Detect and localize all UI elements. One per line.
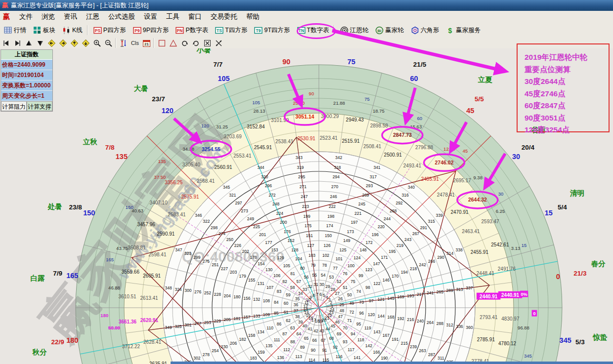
toolbar-button-T数字表[interactable]: TNT数字表: [294, 24, 332, 37]
svg-text:218: 218: [410, 266, 417, 271]
svg-text:246: 246: [330, 194, 337, 199]
svg-text:76: 76: [343, 271, 348, 276]
svg-text:59: 59: [286, 292, 291, 297]
menu-item-资讯[interactable]: 资讯: [59, 11, 82, 22]
menu-item-帮助[interactable]: 帮助: [242, 11, 264, 22]
svg-text:6.25: 6.25: [496, 208, 505, 214]
svg-text:298: 298: [211, 225, 218, 230]
svg-text:264: 264: [427, 320, 434, 325]
zoom-out[interactable]: [103, 39, 114, 47]
toolbar-button-江恩轮[interactable]: 江恩轮: [337, 24, 372, 37]
updown-arrows[interactable]: [118, 39, 129, 47]
table-icon: [4, 26, 12, 35]
toolbar-button-label: 赢家服务: [456, 26, 481, 35]
svg-text:121: 121: [378, 297, 385, 302]
menu-item-工具[interactable]: 工具: [162, 11, 184, 22]
svg-text:87: 87: [282, 331, 287, 336]
svg-text:124: 124: [353, 255, 360, 260]
tri-left[interactable]: [0, 39, 11, 47]
toolbar-button-9P四方形[interactable]: P99P四方形: [130, 24, 172, 37]
toolbar-button-六角形[interactable]: 六角形: [408, 24, 442, 37]
svg-text:216: 216: [407, 317, 414, 322]
svg-text:2515.91: 2515.91: [342, 138, 360, 144]
toolbar-button-K线[interactable]: K线: [59, 24, 86, 37]
svg-text:2470.91: 2470.91: [450, 209, 469, 215]
svg-text:191: 191: [392, 337, 398, 342]
svg-text:96.88: 96.88: [518, 325, 529, 330]
toolbar-button-P四方形[interactable]: PSP四方形: [90, 24, 129, 37]
square-tool[interactable]: [156, 39, 167, 47]
toolbar-button-赢家服务[interactable]: $赢家服务: [443, 24, 483, 37]
diamond-up[interactable]: [69, 39, 80, 47]
move-cross[interactable]: [213, 39, 224, 47]
cls-icon[interactable]: Cls: [130, 39, 140, 47]
triangle-tool[interactable]: [168, 39, 178, 47]
rotate-cw[interactable]: [179, 39, 190, 47]
svg-text:199: 199: [304, 214, 310, 219]
menu-item-浏览[interactable]: 浏览: [37, 11, 59, 22]
toolbar-button-行情[interactable]: 行情: [1, 24, 29, 37]
tri-down[interactable]: [35, 39, 45, 47]
svg-text:2598.41: 2598.41: [148, 252, 167, 257]
menu-item-交易委托[interactable]: 交易委托: [206, 11, 242, 22]
svg-text:58: 58: [290, 285, 295, 290]
menu-item-江恩[interactable]: 江恩: [82, 11, 104, 22]
svg-text:197: 197: [351, 220, 358, 225]
toolbar-button-赢家轮[interactable]: Bi赢家轮: [372, 24, 407, 37]
menu-item-设置[interactable]: 设置: [139, 11, 162, 22]
toolbar-button-9T四方形[interactable]: T99T四方形: [251, 24, 293, 37]
svg-text:337: 337: [466, 285, 473, 290]
svg-text:0: 0: [533, 311, 535, 316]
svg-text:117: 117: [348, 347, 354, 352]
svg-text:135: 135: [116, 153, 128, 161]
tri-right[interactable]: [12, 39, 23, 47]
svg-text:312: 312: [446, 323, 453, 327]
toolbar-button-T四方形[interactable]: TST四方形: [212, 24, 250, 37]
svg-text:64: 64: [296, 331, 301, 336]
rotate-ccw[interactable]: [190, 39, 201, 47]
svg-text:203: 203: [230, 270, 237, 275]
svg-text:5: 5: [323, 293, 325, 298]
diamond-left[interactable]: [46, 39, 57, 47]
svg-text:3457.96: 3457.96: [137, 222, 156, 227]
svg-text:春分: 春分: [591, 260, 606, 268]
svg-text:白露: 白露: [31, 274, 45, 282]
svg-text:272: 272: [268, 193, 275, 198]
toolbar-button-板块[interactable]: 板块: [30, 24, 58, 37]
menu-item-窗口[interactable]: 窗口: [184, 11, 206, 22]
svg-text:219: 219: [396, 243, 403, 248]
info-panel: 上证指数 价格=2440.9099时间=20190104变换系数=1.00000…: [0, 49, 53, 112]
svg-text:269: 269: [362, 193, 369, 198]
toolbar-button-label: 江恩轮: [350, 26, 369, 35]
svg-text:44: 44: [325, 326, 330, 331]
diamond-down[interactable]: [80, 39, 91, 47]
calendar-icon[interactable]: 21: [141, 39, 152, 47]
svg-text:2485.91: 2485.91: [421, 176, 439, 182]
svg-text:2568.41: 2568.41: [197, 178, 215, 184]
svg-text:155: 155: [248, 278, 255, 283]
menu-item-文件[interactable]: 文件: [15, 11, 37, 22]
svg-text:151: 151: [306, 233, 313, 238]
boxed-x[interactable]: [202, 39, 213, 47]
svg-text:360: 360: [466, 325, 473, 330]
svg-text:2793.41: 2793.41: [480, 315, 498, 320]
svg-text:51: 51: [343, 285, 348, 290]
calc-support-button[interactable]: 计算支撑: [27, 101, 52, 111]
svg-text:345: 345: [560, 336, 571, 344]
svg-text:178: 178: [250, 255, 257, 260]
svg-text:38: 38: [295, 314, 300, 319]
annotation-line-6: 120度3254点: [525, 124, 609, 136]
menu-item-公式选股[interactable]: 公式选股: [104, 11, 139, 22]
diamond-right[interactable]: [57, 39, 68, 47]
toolbar-button-P数字表[interactable]: PNP数字表: [173, 24, 211, 37]
svg-text:40: 40: [303, 324, 307, 328]
svg-text:35: 35: [295, 296, 300, 301]
svg-text:2583.41: 2583.41: [168, 212, 186, 217]
svg-text:105: 105: [218, 75, 229, 82]
calc-resistance-button[interactable]: 计算阻力: [1, 101, 27, 111]
title-bar: 赢 赢家江恩专业版[赢家服务平台] - [上证指数 江恩轮]: [0, 0, 613, 11]
hexagon-icon: [411, 26, 419, 35]
svg-text:55: 55: [312, 273, 317, 278]
tri-up[interactable]: [23, 39, 34, 47]
zoom-in[interactable]: [91, 39, 102, 47]
